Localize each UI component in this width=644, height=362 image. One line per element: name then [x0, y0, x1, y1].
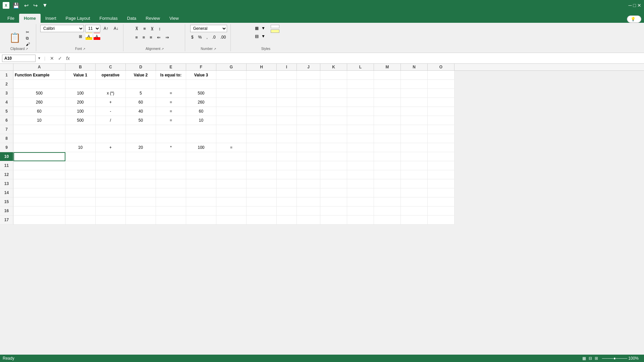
- cell-I2[interactable]: [277, 80, 297, 89]
- cell-G4[interactable]: [216, 98, 247, 107]
- cell-C2[interactable]: [96, 80, 126, 89]
- cell-I4[interactable]: [277, 98, 297, 107]
- cell-D5[interactable]: 40: [126, 107, 156, 116]
- cut-button[interactable]: ✂: [25, 29, 32, 35]
- cell-O6[interactable]: [428, 116, 454, 125]
- cell-N7[interactable]: [401, 125, 428, 134]
- cell-O14[interactable]: [428, 188, 454, 197]
- name-box-dropdown[interactable]: ▼: [38, 56, 41, 60]
- cell-F3[interactable]: 500: [186, 89, 216, 98]
- cell-F9[interactable]: 100: [186, 143, 216, 152]
- row-header-3[interactable]: 3: [0, 89, 13, 98]
- cell-N10[interactable]: [401, 152, 428, 161]
- cell-G15[interactable]: [216, 197, 247, 206]
- row-header-16[interactable]: 16: [0, 206, 13, 216]
- cell-F6[interactable]: 10: [186, 116, 216, 125]
- cell-E5[interactable]: =: [156, 107, 186, 116]
- cell-E15[interactable]: [156, 197, 186, 206]
- cell-N1[interactable]: [401, 71, 428, 80]
- cell-I16[interactable]: [277, 206, 297, 216]
- cell-B12[interactable]: [65, 170, 96, 179]
- check-cell-style-button[interactable]: [271, 29, 279, 33]
- cell-F7[interactable]: [186, 125, 216, 134]
- row-header-7[interactable]: 7: [0, 125, 13, 134]
- cell-O1[interactable]: [428, 71, 454, 80]
- tab-insert[interactable]: Insert: [41, 14, 61, 23]
- cell-H11[interactable]: [247, 161, 277, 170]
- cell-N3[interactable]: [401, 89, 428, 98]
- cell-H1[interactable]: [247, 71, 277, 80]
- cell-B15[interactable]: [65, 197, 96, 206]
- font-name-select[interactable]: Calibri: [40, 25, 84, 32]
- cell-C11[interactable]: [96, 161, 126, 170]
- cell-C8[interactable]: [96, 134, 126, 143]
- cell-A14[interactable]: [13, 188, 65, 197]
- cell-D16[interactable]: [126, 206, 156, 216]
- cell-B1[interactable]: Value 1: [65, 71, 96, 80]
- cell-K10[interactable]: [320, 152, 347, 161]
- cell-N5[interactable]: [401, 107, 428, 116]
- wrap-text-button[interactable]: [163, 25, 168, 32]
- cell-J9[interactable]: [297, 143, 320, 152]
- cell-E12[interactable]: [156, 170, 186, 179]
- cell-G14[interactable]: [216, 188, 247, 197]
- maximize-button[interactable]: □: [633, 3, 636, 8]
- accounting-button[interactable]: $: [189, 34, 196, 41]
- cell-C17[interactable]: [96, 216, 126, 225]
- cell-E2[interactable]: [156, 80, 186, 89]
- cell-M15[interactable]: [374, 197, 401, 206]
- cell-B3[interactable]: 100: [65, 89, 96, 98]
- cell-N2[interactable]: [401, 80, 428, 89]
- cell-E11[interactable]: [156, 161, 186, 170]
- cell-K4[interactable]: [320, 98, 347, 107]
- cell-B10[interactable]: [65, 152, 96, 161]
- percent-button[interactable]: %: [196, 34, 204, 41]
- cell-A8[interactable]: [13, 134, 65, 143]
- cell-N4[interactable]: [401, 98, 428, 107]
- cell-O2[interactable]: [428, 80, 454, 89]
- align-center-button[interactable]: ≡: [141, 34, 147, 41]
- increase-decimal-button[interactable]: .00: [218, 34, 228, 41]
- cell-M10[interactable]: [374, 152, 401, 161]
- cell-J17[interactable]: [297, 216, 320, 225]
- cell-D10[interactable]: [126, 152, 156, 161]
- cell-I7[interactable]: [277, 125, 297, 134]
- cell-G12[interactable]: [216, 170, 247, 179]
- number-format-select[interactable]: General: [190, 25, 227, 32]
- cell-G1[interactable]: [216, 71, 247, 80]
- col-header-j[interactable]: J: [297, 64, 320, 70]
- cell-M1[interactable]: [374, 71, 401, 80]
- col-header-l[interactable]: L: [347, 64, 374, 70]
- cell-J5[interactable]: [297, 107, 320, 116]
- cell-I11[interactable]: [277, 161, 297, 170]
- cell-G13[interactable]: [216, 179, 247, 188]
- cell-E10[interactable]: [156, 152, 186, 161]
- col-header-f[interactable]: F: [186, 64, 216, 70]
- cell-O13[interactable]: [428, 179, 454, 188]
- cell-J11[interactable]: [297, 161, 320, 170]
- cell-C10[interactable]: [96, 152, 126, 161]
- cell-G11[interactable]: [216, 161, 247, 170]
- cell-A2[interactable]: [13, 80, 65, 89]
- tab-page-layout[interactable]: Page Layout: [61, 14, 95, 23]
- cell-E16[interactable]: [156, 206, 186, 216]
- cell-F17[interactable]: [186, 216, 216, 225]
- col-header-a[interactable]: A: [13, 64, 65, 70]
- cell-C16[interactable]: [96, 206, 126, 216]
- cell-H8[interactable]: [247, 134, 277, 143]
- col-header-b[interactable]: B: [65, 64, 96, 70]
- view-normal-icon[interactable]: ▦: [582, 356, 586, 361]
- text-direction-button[interactable]: ↕: [157, 25, 163, 32]
- close-button[interactable]: ✕: [637, 3, 641, 8]
- cell-G7[interactable]: [216, 125, 247, 134]
- cancel-formula-button[interactable]: ✕: [49, 55, 55, 62]
- cell-D6[interactable]: 50: [126, 116, 156, 125]
- cell-K5[interactable]: [320, 107, 347, 116]
- cell-H15[interactable]: [247, 197, 277, 206]
- cell-A7[interactable]: [13, 125, 65, 134]
- cell-C12[interactable]: [96, 170, 126, 179]
- cell-B16[interactable]: [65, 206, 96, 216]
- cell-F12[interactable]: [186, 170, 216, 179]
- cell-L16[interactable]: [347, 206, 374, 216]
- cell-M4[interactable]: [374, 98, 401, 107]
